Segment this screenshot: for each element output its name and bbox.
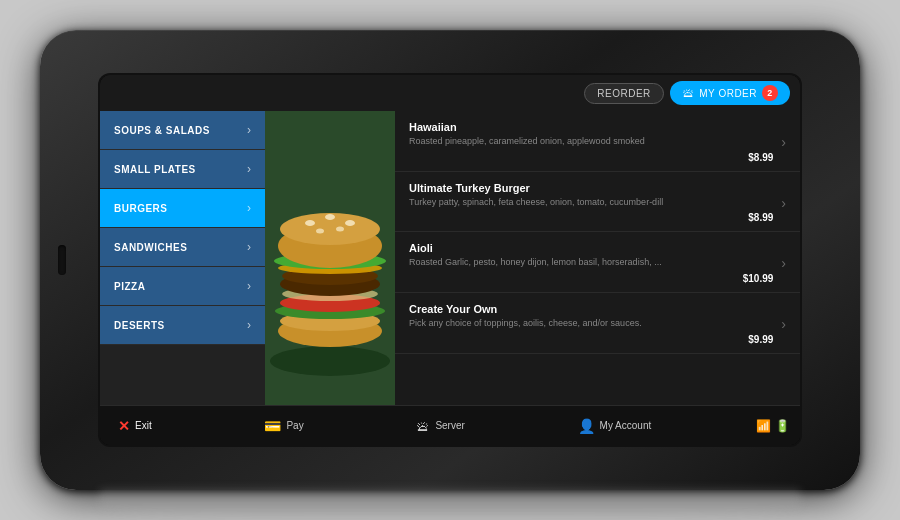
menu-item-price: $8.99 — [409, 212, 773, 223]
sidebar: SOUPS & SALADS › SMALL PLATES › BURGERS … — [100, 111, 265, 405]
sidebar-item-soups-salads[interactable]: SOUPS & SALADS › — [100, 111, 265, 150]
chevron-right-icon: › — [247, 318, 251, 332]
menu-item-name: Create Your Own — [409, 303, 773, 315]
top-bar: REORDER 🛎 MY ORDER 2 — [100, 75, 800, 111]
menu-item-create-your-own[interactable]: Create Your Own Pick any choice of toppi… — [395, 293, 800, 354]
close-icon: ✕ — [118, 418, 130, 434]
bottom-bar: ✕ Exit 💳 Pay 🛎 Server 👤 My Account — [100, 405, 800, 445]
pay-button[interactable]: 💳 Pay — [256, 414, 311, 438]
menu-item-aioli[interactable]: Aioli Roasted Garlic, pesto, honey dijon… — [395, 232, 800, 293]
chevron-right-icon: › — [247, 162, 251, 176]
menu-item-info: Hawaiian Roasted pineapple, caramelized … — [409, 121, 773, 163]
chevron-right-icon: › — [781, 316, 786, 332]
menu-item-turkey-burger[interactable]: Ultimate Turkey Burger Turkey patty, spi… — [395, 172, 800, 233]
menu-item-info: Aioli Roasted Garlic, pesto, honey dijon… — [409, 242, 773, 284]
order-count-badge: 2 — [762, 85, 778, 101]
screen-bezel: REORDER 🛎 MY ORDER 2 SOUPS & SALADS › — [100, 75, 800, 445]
my-account-button[interactable]: 👤 My Account — [570, 414, 660, 438]
exit-label: Exit — [135, 420, 152, 431]
pay-label: Pay — [286, 420, 303, 431]
menu-item-price: $10.99 — [409, 273, 773, 284]
account-icon: 👤 — [578, 418, 595, 434]
screen: REORDER 🛎 MY ORDER 2 SOUPS & SALADS › — [100, 75, 800, 445]
menu-item-info: Ultimate Turkey Burger Turkey patty, spi… — [409, 182, 773, 224]
server-button[interactable]: 🛎 Server — [408, 414, 472, 438]
chevron-right-icon: › — [781, 195, 786, 211]
svg-point-16 — [316, 229, 324, 234]
my-order-label: MY ORDER — [699, 88, 757, 99]
pay-icon: 💳 — [264, 418, 281, 434]
chevron-right-icon: › — [247, 123, 251, 137]
sidebar-item-small-plates[interactable]: SMALL PLATES › — [100, 150, 265, 189]
svg-point-13 — [305, 220, 315, 226]
device-reflection — [100, 490, 800, 520]
svg-point-1 — [270, 346, 390, 376]
my-order-button[interactable]: 🛎 MY ORDER 2 — [670, 81, 790, 105]
menu-item-desc: Pick any choice of toppings, aoilis, che… — [409, 318, 773, 330]
menu-item-hawaiian[interactable]: Hawaiian Roasted pineapple, caramelized … — [395, 111, 800, 172]
device-wrapper: REORDER 🛎 MY ORDER 2 SOUPS & SALADS › — [40, 30, 860, 490]
menu-item-name: Hawaiian — [409, 121, 773, 133]
wifi-icon: 📶 — [756, 419, 771, 433]
menu-item-desc: Roasted pineapple, caramelized onion, ap… — [409, 136, 773, 148]
menu-item-price: $9.99 — [409, 334, 773, 345]
svg-point-17 — [336, 227, 344, 232]
menu-item-price: $8.99 — [409, 152, 773, 163]
exit-button[interactable]: ✕ Exit — [110, 414, 160, 438]
menu-item-info: Create Your Own Pick any choice of toppi… — [409, 303, 773, 345]
server-icon: 🛎 — [416, 418, 430, 434]
battery-icon: 🔋 — [775, 419, 790, 433]
sidebar-item-sandwiches[interactable]: SANDWICHES › — [100, 228, 265, 267]
svg-point-15 — [345, 220, 355, 226]
reorder-button[interactable]: REORDER — [584, 83, 664, 104]
server-label: Server — [435, 420, 464, 431]
main-content: SOUPS & SALADS › SMALL PLATES › BURGERS … — [100, 111, 800, 405]
chevron-right-icon: › — [247, 240, 251, 254]
status-icons: 📶 🔋 — [756, 419, 790, 433]
sidebar-item-deserts[interactable]: DESERTS › — [100, 306, 265, 345]
svg-point-14 — [325, 214, 335, 220]
burger-svg — [265, 111, 395, 405]
menu-item-name: Aioli — [409, 242, 773, 254]
menu-items-list: Hawaiian Roasted pineapple, caramelized … — [395, 111, 800, 405]
chevron-right-icon: › — [247, 279, 251, 293]
sidebar-item-pizza[interactable]: PIZZA › — [100, 267, 265, 306]
chevron-right-icon: › — [781, 255, 786, 271]
device-outer: REORDER 🛎 MY ORDER 2 SOUPS & SALADS › — [40, 30, 860, 490]
menu-item-desc: Turkey patty, spinach, feta cheese, onio… — [409, 197, 773, 209]
chevron-right-icon: › — [247, 201, 251, 215]
sidebar-item-burgers[interactable]: BURGERS › — [100, 189, 265, 228]
my-account-label: My Account — [600, 420, 652, 431]
menu-item-name: Ultimate Turkey Burger — [409, 182, 773, 194]
chevron-right-icon: › — [781, 134, 786, 150]
menu-item-desc: Roasted Garlic, pesto, honey dijon, lemo… — [409, 257, 773, 269]
food-image — [265, 111, 395, 405]
